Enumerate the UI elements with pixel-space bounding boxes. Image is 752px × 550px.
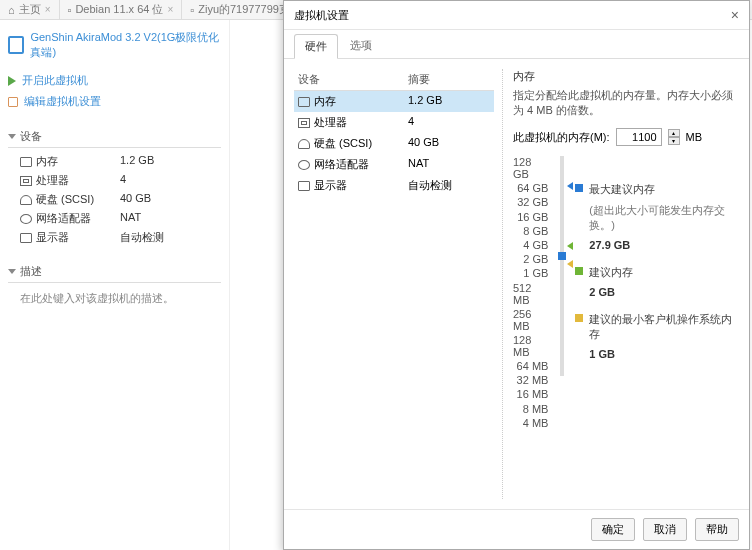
vm-sidebar: GenShin AkiraMod 3.2 V2(1G极限优化真端) 开启此虚拟机… — [0, 20, 230, 550]
i-mem-icon — [298, 97, 310, 107]
device-row[interactable]: 内存1.2 GB — [8, 152, 221, 171]
device-row[interactable]: 显示器自动检测 — [8, 228, 221, 247]
edit-vm-button[interactable]: 编辑虚拟机设置 — [8, 91, 221, 112]
tick-label: 8 GB — [523, 225, 548, 237]
tab-debian[interactable]: ▫Debian 11.x 64 位× — [60, 0, 183, 19]
dialog-device-row[interactable]: 网络适配器NAT — [294, 154, 494, 175]
memory-label: 此虚拟机的内存(M): — [513, 130, 610, 145]
memory-slider[interactable] — [554, 156, 569, 376]
tick-label: 1 GB — [523, 267, 548, 279]
spin-up[interactable]: ▴ — [668, 129, 680, 137]
help-button[interactable]: 帮助 — [695, 518, 739, 541]
memory-unit: MB — [686, 131, 703, 143]
tick-label: 256 MB — [513, 308, 548, 332]
dialog-device-row[interactable]: 显示器自动检测 — [294, 175, 494, 196]
memory-input[interactable] — [616, 128, 662, 146]
play-icon — [8, 76, 16, 86]
i-net-icon — [20, 214, 32, 224]
tick-label: 32 MB — [517, 374, 549, 386]
tick-label: 128 GB — [513, 156, 548, 180]
description-placeholder[interactable]: 在此处键入对该虚拟机的描述。 — [8, 287, 221, 306]
dialog-device-row[interactable]: 处理器4 — [294, 112, 494, 133]
dialog-device-row[interactable]: 内存1.2 GB — [294, 91, 494, 112]
tick-label: 16 GB — [517, 211, 548, 223]
close-icon[interactable]: × — [45, 4, 51, 15]
dialog-device-row[interactable]: 硬盘 (SCSI)40 GB — [294, 133, 494, 154]
tick-label: 4 MB — [523, 417, 549, 429]
legend-max: 最大建议内存 — [589, 182, 655, 197]
max-marker-icon — [567, 182, 573, 190]
vm-icon — [8, 36, 24, 54]
tick-label: 16 MB — [517, 388, 549, 400]
vm-title: GenShin AkiraMod 3.2 V2(1G极限优化真端) — [8, 26, 221, 70]
i-disp-icon — [20, 233, 32, 243]
current-marker-icon — [558, 252, 566, 260]
start-vm-button[interactable]: 开启此虚拟机 — [8, 70, 221, 91]
ok-button[interactable]: 确定 — [591, 518, 635, 541]
dialog-close-button[interactable]: × — [731, 7, 739, 23]
close-icon[interactable]: × — [167, 4, 173, 15]
edit-icon — [8, 97, 18, 107]
i-cpu-icon — [298, 118, 310, 128]
rec-marker-icon — [567, 242, 573, 250]
memory-group-title: 内存 — [513, 69, 739, 84]
tick-label: 8 MB — [523, 403, 549, 415]
i-cpu-icon — [20, 176, 32, 186]
tick-label: 128 MB — [513, 334, 548, 358]
tab-hardware[interactable]: 硬件 — [294, 34, 338, 59]
device-row[interactable]: 网络适配器NAT — [8, 209, 221, 228]
legend-min: 建议的最小客户机操作系统内存 — [589, 312, 739, 342]
tick-label: 512 MB — [513, 282, 548, 306]
i-disk-icon — [20, 195, 32, 205]
memory-desc: 指定分配给此虚拟机的内存量。内存大小必须为 4 MB 的倍数。 — [513, 88, 739, 118]
i-net-icon — [298, 160, 310, 170]
device-row[interactable]: 处理器4 — [8, 171, 221, 190]
i-disk-icon — [298, 139, 310, 149]
legend-rec: 建议内存 — [589, 265, 633, 280]
cancel-button[interactable]: 取消 — [643, 518, 687, 541]
i-mem-icon — [20, 157, 32, 167]
tick-label: 64 MB — [517, 360, 549, 372]
tick-label: 32 GB — [517, 196, 548, 208]
tick-label: 64 GB — [517, 182, 548, 194]
devices-section-header[interactable]: 设备 — [8, 126, 221, 148]
dialog-titlebar: 虚拟机设置 × — [284, 1, 749, 30]
device-row[interactable]: 硬盘 (SCSI)40 GB — [8, 190, 221, 209]
caret-down-icon — [8, 269, 16, 274]
tick-label: 4 GB — [523, 239, 548, 251]
i-disp-icon — [298, 181, 310, 191]
description-section-header[interactable]: 描述 — [8, 261, 221, 283]
memory-scale-ticks: 128 GB64 GB32 GB16 GB8 GB4 GB2 GB1 GB512… — [513, 156, 548, 429]
memory-spinner[interactable]: ▴▾ — [668, 129, 680, 145]
tick-label: 2 GB — [523, 253, 548, 265]
spin-down[interactable]: ▾ — [668, 137, 680, 145]
min-marker-icon — [567, 260, 573, 268]
caret-down-icon — [8, 134, 16, 139]
vm-settings-dialog: 虚拟机设置 × 硬件 选项 设备摘要 内存1.2 GB处理器4硬盘 (SCSI)… — [283, 0, 750, 550]
tab-options[interactable]: 选项 — [340, 34, 382, 58]
tab-home[interactable]: ⌂主页× — [0, 0, 60, 19]
device-list: 设备摘要 内存1.2 GB处理器4硬盘 (SCSI)40 GB网络适配器NAT显… — [294, 69, 494, 499]
